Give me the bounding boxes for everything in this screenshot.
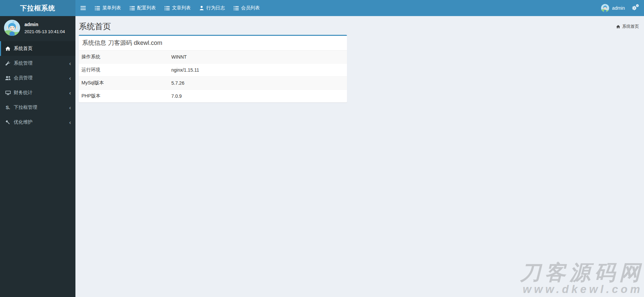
sidebar-username: admin: [24, 22, 65, 27]
breadcrumb[interactable]: 系统首页: [616, 24, 639, 29]
sidebar-item-label: 系统首页: [14, 46, 33, 52]
sidebar-menu: 系统首页 系统管理 ‹ 会员管理 ‹ 财务统计 ‹ S.: [0, 41, 75, 130]
list-icon: [130, 6, 135, 10]
nav-item-label: 文章列表: [172, 5, 191, 11]
nav-item-config-list[interactable]: 配置列表: [125, 0, 160, 16]
nav-item-article-list[interactable]: 文章列表: [160, 0, 195, 16]
settings-button[interactable]: [632, 4, 639, 12]
nav-item-label: 行为日志: [206, 5, 225, 11]
chevron-left-icon: ‹: [69, 90, 71, 96]
nav-item-label: 会员列表: [241, 5, 260, 11]
panel-title: 系统信息 刀客源码 dkewl.com: [82, 39, 344, 47]
hamburger-icon: [80, 5, 86, 11]
system-info-table: 操作系统 WINNT 运行环境 nginx/1.15.11 MySql版本 5.…: [79, 51, 347, 102]
nav-item-behavior-log[interactable]: 行为日志: [195, 0, 229, 16]
user-icon: [199, 6, 204, 10]
list-icon: [95, 6, 100, 10]
navbar: 菜单列表 配置列表 文章列表 行为日志 会员列表: [75, 0, 644, 16]
sidebar-toggle-button[interactable]: [75, 0, 91, 16]
sidebar-item-label: 下拉框管理: [14, 104, 37, 110]
table-row: 操作系统 WINNT: [79, 51, 347, 64]
sidebar-item-optimize-maintain[interactable]: 优化维护 ‹: [0, 115, 75, 130]
sidebar-login-time: 2021-05-13 10:41:04: [24, 29, 65, 34]
wrench-icon: [5, 61, 11, 66]
navbar-right: admin: [601, 0, 644, 16]
watermark: 刀客源码网 www.dkewl.com: [520, 262, 640, 296]
row-value: WINNT: [169, 51, 347, 64]
content-header: 系统首页 系统首页: [75, 16, 644, 35]
brand-logo[interactable]: 下拉框系统: [0, 0, 75, 16]
panel-body: 操作系统 WINNT 运行环境 nginx/1.15.11 MySql版本 5.…: [79, 51, 347, 102]
navbar-user-menu[interactable]: admin: [601, 4, 625, 12]
row-label: MySql版本: [79, 77, 169, 90]
row-label: 运行环境: [79, 64, 169, 77]
chevron-left-icon: ‹: [69, 61, 71, 66]
sidebar-item-label: 财务统计: [14, 90, 33, 96]
sidebar: admin 2021-05-13 10:41:04 系统首页 系统管理 ‹ 会员…: [0, 16, 75, 297]
stripe-s-icon: S.: [5, 105, 11, 110]
breadcrumb-item: 系统首页: [622, 24, 639, 29]
chevron-left-icon: ‹: [69, 75, 71, 81]
list-icon: [234, 6, 239, 10]
row-value: 5.7.26: [169, 77, 347, 90]
row-value: 7.0.9: [169, 90, 347, 103]
sidebar-item-finance-stats[interactable]: 财务统计 ‹: [0, 85, 75, 100]
user-avatar: [601, 4, 609, 12]
sidebar-item-system-management[interactable]: 系统管理 ‹: [0, 56, 75, 71]
table-row: 运行环境 nginx/1.15.11: [79, 64, 347, 77]
watermark-line2: www.dkewl.com: [520, 283, 643, 296]
watermark-line1: 刀客源码网: [520, 262, 644, 283]
navbar-username: admin: [612, 5, 625, 11]
sidebar-item-member-management[interactable]: 会员管理 ‹: [0, 71, 75, 85]
sidebar-user-avatar: [4, 20, 20, 36]
chevron-left-icon: ‹: [69, 120, 71, 125]
nav-item-label: 菜单列表: [102, 5, 121, 11]
table-row: MySql版本 5.7.26: [79, 77, 347, 90]
page-title: 系统首页: [79, 21, 639, 32]
top-navbar: 下拉框系统 菜单列表 配置列表 文章列表 行为日志: [0, 0, 644, 16]
sidebar-item-home[interactable]: 系统首页: [0, 41, 75, 56]
home-icon: [616, 25, 620, 28]
row-label: 操作系统: [79, 51, 169, 64]
table-row: PHP版本 7.0.9: [79, 90, 347, 103]
chevron-left-icon: ‹: [69, 105, 71, 110]
desktop-icon: [5, 90, 11, 95]
content-wrapper: 系统首页 系统首页 系统信息 刀客源码 dkewl.com 操作系统 WINNT: [75, 16, 644, 297]
panel-header: 系统信息 刀客源码 dkewl.com: [79, 36, 347, 51]
sidebar-user-panel: admin 2021-05-13 10:41:04: [0, 16, 75, 40]
nav-item-member-list[interactable]: 会员列表: [229, 0, 264, 16]
system-info-panel: 系统信息 刀客源码 dkewl.com 操作系统 WINNT 运行环境 ngin…: [79, 35, 347, 102]
nav-item-menu-list[interactable]: 菜单列表: [91, 0, 125, 16]
row-value: nginx/1.15.11: [169, 64, 347, 77]
nav-item-label: 配置列表: [137, 5, 156, 11]
sidebar-item-label: 优化维护: [14, 119, 33, 125]
home-icon: [5, 46, 11, 51]
sidebar-item-dropdown-management[interactable]: S. 下拉框管理 ‹: [0, 100, 75, 115]
content-body: 系统信息 刀客源码 dkewl.com 操作系统 WINNT 运行环境 ngin…: [75, 35, 644, 102]
gavel-icon: [5, 120, 11, 125]
users-icon: [5, 76, 11, 80]
gears-icon: [632, 4, 639, 12]
sidebar-item-label: 系统管理: [14, 60, 33, 66]
sidebar-item-label: 会员管理: [14, 75, 33, 81]
list-icon: [165, 6, 170, 10]
row-label: PHP版本: [79, 90, 169, 103]
